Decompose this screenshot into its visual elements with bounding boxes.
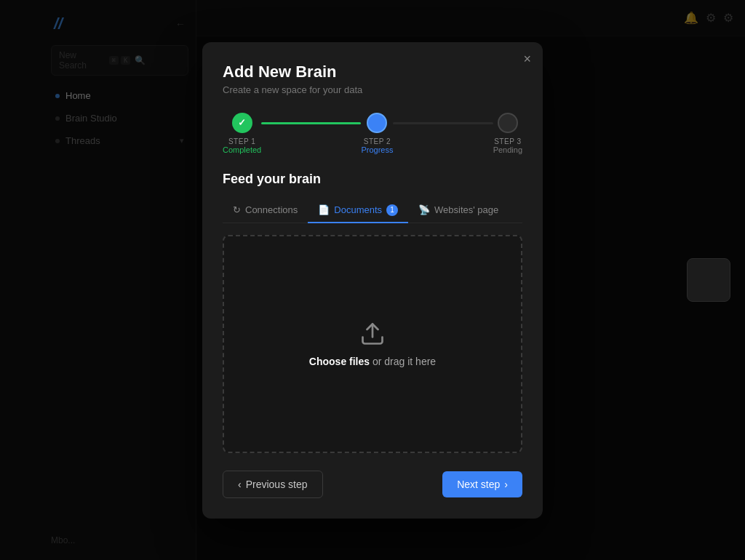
step-1: ✓ STEP 1 Completed	[223, 113, 261, 154]
step-2-label: STEP 2 Progress	[361, 137, 393, 154]
tabs-bar: ↻ Connections 📄 Documents 1 📡 Websites' …	[223, 199, 522, 223]
step-2: STEP 2 Progress	[361, 113, 393, 154]
step-line-2-3	[393, 122, 493, 124]
upload-content: Choose files or drag it here	[309, 321, 436, 367]
prev-chevron-icon: ‹	[238, 479, 242, 490]
websites-icon: 📡	[418, 204, 430, 215]
previous-step-button[interactable]: ‹ Previous step	[223, 471, 323, 498]
next-step-label: Next step	[457, 479, 500, 490]
modal-title: Add New Brain	[223, 63, 522, 81]
documents-badge: 1	[386, 204, 398, 216]
next-step-button[interactable]: Next step ›	[442, 471, 522, 497]
step-2-status: Progress	[361, 145, 393, 154]
file-drop-zone[interactable]: Choose files or drag it here	[223, 235, 522, 453]
add-brain-modal: × Add New Brain Create a new space for y…	[202, 42, 543, 519]
steps-progress: ✓ STEP 1 Completed STEP 2 Progress STEP …	[223, 113, 522, 154]
drag-text: or drag it here	[370, 356, 436, 367]
step-line-1-2	[261, 122, 361, 124]
tab-documents-label: Documents	[334, 204, 382, 215]
step-3: STEP 3 Pending	[493, 113, 522, 154]
step-2-num: STEP 2	[361, 137, 393, 145]
tab-websites[interactable]: 📡 Websites' page	[408, 199, 509, 223]
tab-connections-label: Connections	[245, 204, 298, 215]
step-3-label: STEP 3 Pending	[493, 137, 522, 154]
step-1-label: STEP 1 Completed	[223, 137, 261, 154]
choose-files-label: Choose files	[309, 356, 370, 367]
tab-documents[interactable]: 📄 Documents 1	[308, 199, 408, 223]
modal-subtitle: Create a new space for your data	[223, 84, 522, 95]
step-3-circle	[498, 113, 518, 133]
next-chevron-icon: ›	[504, 479, 508, 490]
step-1-num: STEP 1	[223, 137, 261, 145]
step-3-status: Pending	[493, 145, 522, 154]
modal-overlay: × Add New Brain Create a new space for y…	[0, 0, 745, 560]
upload-icon	[359, 321, 386, 347]
modal-footer: ‹ Previous step Next step ›	[223, 471, 522, 498]
tab-connections[interactable]: ↻ Connections	[223, 199, 308, 223]
step-1-circle: ✓	[232, 113, 252, 133]
drop-zone-text: Choose files or drag it here	[309, 356, 436, 367]
tab-websites-label: Websites' page	[434, 204, 498, 215]
documents-icon: 📄	[318, 204, 330, 215]
floating-card	[687, 258, 730, 302]
modal-close-button[interactable]: ×	[523, 52, 531, 65]
connections-icon: ↻	[233, 204, 241, 215]
feed-brain-title: Feed your brain	[223, 172, 522, 187]
step-2-circle	[367, 113, 387, 133]
previous-step-label: Previous step	[246, 479, 308, 490]
step-3-num: STEP 3	[493, 137, 522, 145]
step-1-status: Completed	[223, 145, 261, 154]
